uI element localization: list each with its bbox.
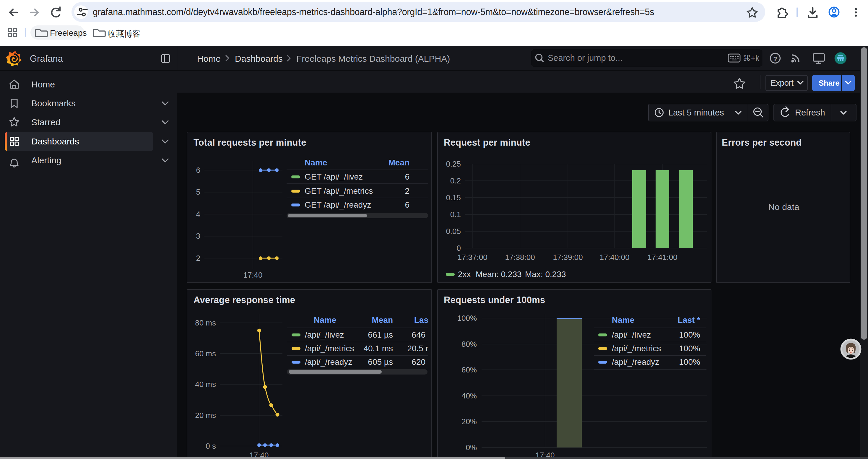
- svg-text:0.15: 0.15: [446, 193, 461, 202]
- svg-text:?: ?: [773, 55, 777, 63]
- svg-text:80 ms: 80 ms: [195, 319, 216, 327]
- svg-text:⌘+k: ⌘+k: [743, 54, 760, 63]
- svg-text:17:40:00: 17:40:00: [599, 253, 629, 262]
- svg-text:4: 4: [196, 210, 200, 219]
- svg-text:60 ms: 60 ms: [195, 349, 216, 358]
- svg-text:0: 0: [457, 244, 461, 253]
- svg-text:17:38:00: 17:38:00: [505, 253, 535, 262]
- svg-text:6: 6: [196, 166, 200, 174]
- svg-text:17:39:00: 17:39:00: [553, 253, 583, 262]
- svg-text:20%: 20%: [462, 417, 477, 426]
- svg-text:3: 3: [196, 232, 200, 240]
- svg-text:5: 5: [196, 188, 200, 196]
- svg-text:Search or jump to...: Search or jump to...: [548, 53, 622, 63]
- svg-text:40 ms: 40 ms: [195, 380, 216, 389]
- svg-text:17:40: 17:40: [243, 270, 262, 280]
- svg-text:80%: 80%: [462, 340, 477, 349]
- svg-text:17:37:00: 17:37:00: [457, 253, 487, 262]
- svg-text:0.25: 0.25: [446, 160, 461, 168]
- svg-text:20 ms: 20 ms: [195, 411, 216, 420]
- svg-text:0.2: 0.2: [450, 176, 461, 185]
- svg-text:100%: 100%: [457, 314, 477, 323]
- svg-text:60%: 60%: [462, 365, 477, 374]
- svg-text:0%: 0%: [466, 443, 477, 452]
- svg-text:2: 2: [196, 254, 200, 263]
- svg-text:0 s: 0 s: [206, 441, 216, 451]
- svg-text:17:41:00: 17:41:00: [647, 253, 677, 262]
- svg-text:0.05: 0.05: [446, 227, 461, 236]
- svg-text:40%: 40%: [462, 391, 477, 400]
- svg-text:0.1: 0.1: [450, 210, 461, 219]
